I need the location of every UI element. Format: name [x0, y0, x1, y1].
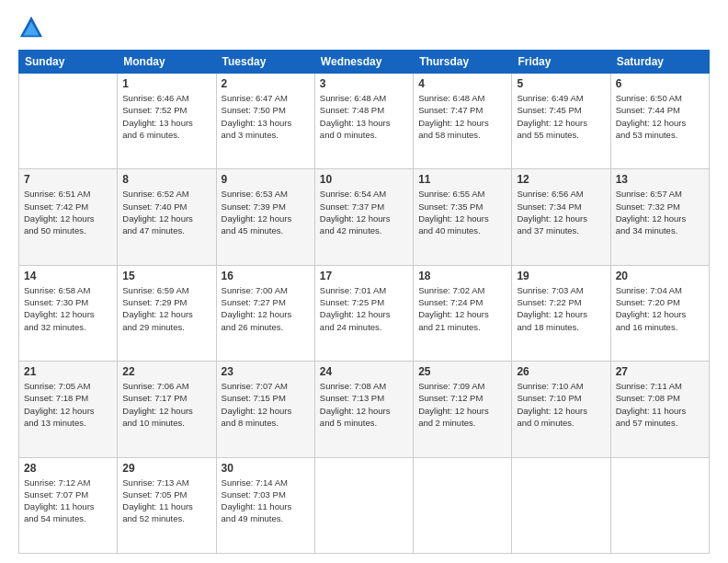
day-info: Sunrise: 7:13 AM Sunset: 7:05 PM Dayligh…	[122, 477, 210, 525]
weekday-header: Thursday	[414, 51, 512, 74]
weekday-header: Saturday	[610, 51, 709, 74]
day-number: 18	[418, 270, 506, 282]
day-number: 2	[222, 77, 310, 90]
day-number: 20	[616, 270, 704, 282]
day-number: 29	[122, 462, 210, 475]
logo-icon	[18, 15, 44, 40]
day-info: Sunrise: 7:06 AM Sunset: 7:17 PM Dayligh…	[122, 380, 210, 429]
day-info: Sunrise: 6:49 AM Sunset: 7:45 PM Dayligh…	[517, 92, 605, 141]
day-number: 8	[122, 173, 210, 186]
day-info: Sunrise: 7:12 AM Sunset: 7:07 PM Dayligh…	[24, 477, 112, 525]
day-info: Sunrise: 7:14 AM Sunset: 7:03 PM Dayligh…	[222, 477, 310, 525]
logo	[18, 15, 48, 40]
calendar-cell: 22Sunrise: 7:06 AM Sunset: 7:17 PM Dayli…	[118, 362, 216, 457]
day-info: Sunrise: 7:07 AM Sunset: 7:15 PM Dayligh…	[222, 380, 310, 429]
calendar-cell: 7Sunrise: 6:51 AM Sunset: 7:42 PM Daylig…	[19, 169, 118, 265]
day-info: Sunrise: 6:59 AM Sunset: 7:29 PM Dayligh…	[122, 284, 210, 333]
day-number: 4	[418, 77, 506, 90]
calendar-cell: 29Sunrise: 7:13 AM Sunset: 7:05 PM Dayli…	[118, 457, 216, 553]
day-number: 27	[616, 365, 704, 378]
calendar-cell: 23Sunrise: 7:07 AM Sunset: 7:15 PM Dayli…	[216, 362, 314, 457]
header	[18, 15, 710, 40]
calendar-cell	[610, 457, 709, 553]
day-info: Sunrise: 6:51 AM Sunset: 7:42 PM Dayligh…	[24, 188, 112, 236]
calendar-cell: 4Sunrise: 6:48 AM Sunset: 7:47 PM Daylig…	[414, 74, 512, 169]
day-info: Sunrise: 6:46 AM Sunset: 7:52 PM Dayligh…	[122, 92, 210, 141]
weekday-header: Friday	[512, 51, 610, 74]
day-info: Sunrise: 7:05 AM Sunset: 7:18 PM Dayligh…	[24, 380, 112, 429]
weekday-header: Sunday	[19, 51, 118, 74]
day-info: Sunrise: 6:56 AM Sunset: 7:34 PM Dayligh…	[517, 188, 605, 236]
calendar-cell: 30Sunrise: 7:14 AM Sunset: 7:03 PM Dayli…	[216, 457, 314, 553]
calendar-cell: 11Sunrise: 6:55 AM Sunset: 7:35 PM Dayli…	[414, 169, 512, 265]
day-number: 21	[24, 365, 112, 378]
day-number: 9	[222, 173, 310, 186]
calendar-cell	[512, 457, 610, 553]
day-info: Sunrise: 7:09 AM Sunset: 7:12 PM Dayligh…	[418, 380, 506, 429]
calendar-cell: 8Sunrise: 6:52 AM Sunset: 7:40 PM Daylig…	[118, 169, 216, 265]
day-info: Sunrise: 6:53 AM Sunset: 7:39 PM Dayligh…	[222, 188, 310, 236]
calendar-week-row: 7Sunrise: 6:51 AM Sunset: 7:42 PM Daylig…	[19, 169, 710, 265]
calendar-cell	[314, 457, 413, 553]
day-number: 26	[517, 365, 605, 378]
day-info: Sunrise: 6:47 AM Sunset: 7:50 PM Dayligh…	[222, 92, 310, 141]
calendar: SundayMondayTuesdayWednesdayThursdayFrid…	[18, 50, 710, 554]
day-info: Sunrise: 6:52 AM Sunset: 7:40 PM Dayligh…	[122, 188, 210, 236]
day-number: 15	[122, 270, 210, 282]
weekday-header: Wednesday	[314, 51, 413, 74]
weekday-header: Tuesday	[216, 51, 314, 74]
day-info: Sunrise: 7:02 AM Sunset: 7:24 PM Dayligh…	[418, 284, 506, 333]
calendar-cell: 1Sunrise: 6:46 AM Sunset: 7:52 PM Daylig…	[118, 74, 216, 169]
day-number: 13	[616, 173, 704, 186]
calendar-cell: 18Sunrise: 7:02 AM Sunset: 7:24 PM Dayli…	[414, 265, 512, 361]
calendar-cell: 26Sunrise: 7:10 AM Sunset: 7:10 PM Dayli…	[512, 362, 610, 457]
calendar-cell: 6Sunrise: 6:50 AM Sunset: 7:44 PM Daylig…	[610, 74, 709, 169]
calendar-cell: 20Sunrise: 7:04 AM Sunset: 7:20 PM Dayli…	[610, 265, 709, 361]
calendar-cell	[19, 74, 118, 169]
day-number: 14	[24, 270, 112, 282]
page: SundayMondayTuesdayWednesdayThursdayFrid…	[0, 0, 728, 563]
day-info: Sunrise: 6:50 AM Sunset: 7:44 PM Dayligh…	[616, 92, 704, 141]
calendar-cell: 2Sunrise: 6:47 AM Sunset: 7:50 PM Daylig…	[216, 74, 314, 169]
calendar-week-row: 1Sunrise: 6:46 AM Sunset: 7:52 PM Daylig…	[19, 74, 710, 169]
day-info: Sunrise: 7:00 AM Sunset: 7:27 PM Dayligh…	[222, 284, 310, 333]
calendar-cell: 19Sunrise: 7:03 AM Sunset: 7:22 PM Dayli…	[512, 265, 610, 361]
day-info: Sunrise: 7:03 AM Sunset: 7:22 PM Dayligh…	[517, 284, 605, 333]
calendar-week-row: 14Sunrise: 6:58 AM Sunset: 7:30 PM Dayli…	[19, 265, 710, 361]
day-number: 10	[320, 173, 408, 186]
calendar-week-row: 28Sunrise: 7:12 AM Sunset: 7:07 PM Dayli…	[19, 457, 710, 553]
day-number: 16	[222, 270, 310, 282]
day-number: 25	[418, 365, 506, 378]
day-number: 24	[320, 365, 408, 378]
calendar-week-row: 21Sunrise: 7:05 AM Sunset: 7:18 PM Dayli…	[19, 362, 710, 457]
calendar-cell: 9Sunrise: 6:53 AM Sunset: 7:39 PM Daylig…	[216, 169, 314, 265]
day-number: 17	[320, 270, 408, 282]
calendar-cell: 25Sunrise: 7:09 AM Sunset: 7:12 PM Dayli…	[414, 362, 512, 457]
day-info: Sunrise: 6:48 AM Sunset: 7:47 PM Dayligh…	[418, 92, 506, 141]
calendar-cell	[414, 457, 512, 553]
calendar-cell: 12Sunrise: 6:56 AM Sunset: 7:34 PM Dayli…	[512, 169, 610, 265]
calendar-header-row: SundayMondayTuesdayWednesdayThursdayFrid…	[19, 51, 710, 74]
day-info: Sunrise: 6:54 AM Sunset: 7:37 PM Dayligh…	[320, 188, 408, 236]
day-number: 7	[24, 173, 112, 186]
calendar-cell: 14Sunrise: 6:58 AM Sunset: 7:30 PM Dayli…	[19, 265, 118, 361]
day-number: 30	[222, 462, 310, 475]
day-info: Sunrise: 6:48 AM Sunset: 7:48 PM Dayligh…	[320, 92, 408, 141]
day-info: Sunrise: 7:10 AM Sunset: 7:10 PM Dayligh…	[517, 380, 605, 429]
calendar-cell: 3Sunrise: 6:48 AM Sunset: 7:48 PM Daylig…	[314, 74, 413, 169]
calendar-cell: 16Sunrise: 7:00 AM Sunset: 7:27 PM Dayli…	[216, 265, 314, 361]
day-info: Sunrise: 6:58 AM Sunset: 7:30 PM Dayligh…	[24, 284, 112, 333]
calendar-cell: 28Sunrise: 7:12 AM Sunset: 7:07 PM Dayli…	[19, 457, 118, 553]
day-number: 23	[222, 365, 310, 378]
calendar-cell: 21Sunrise: 7:05 AM Sunset: 7:18 PM Dayli…	[19, 362, 118, 457]
day-number: 1	[122, 77, 210, 90]
day-number: 22	[122, 365, 210, 378]
day-info: Sunrise: 7:11 AM Sunset: 7:08 PM Dayligh…	[616, 380, 704, 429]
day-number: 28	[24, 462, 112, 475]
calendar-cell: 5Sunrise: 6:49 AM Sunset: 7:45 PM Daylig…	[512, 74, 610, 169]
calendar-cell: 13Sunrise: 6:57 AM Sunset: 7:32 PM Dayli…	[610, 169, 709, 265]
day-number: 19	[517, 270, 605, 282]
calendar-cell: 24Sunrise: 7:08 AM Sunset: 7:13 PM Dayli…	[314, 362, 413, 457]
day-info: Sunrise: 7:04 AM Sunset: 7:20 PM Dayligh…	[616, 284, 704, 333]
day-info: Sunrise: 6:55 AM Sunset: 7:35 PM Dayligh…	[418, 188, 506, 236]
